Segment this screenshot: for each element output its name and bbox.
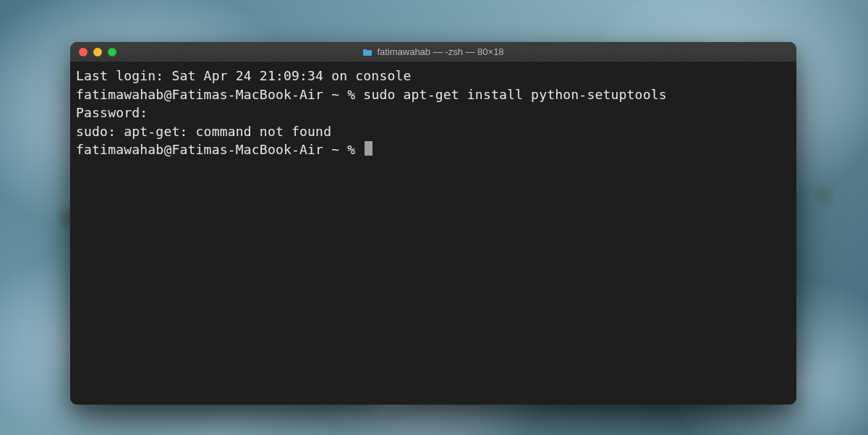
terminal-output-line: sudo: apt-get: command not found	[76, 122, 791, 141]
window-titlebar[interactable]: fatimawahab — -zsh — 80×18	[70, 42, 796, 62]
terminal-output-line: Last login: Sat Apr 24 21:09:34 on conso…	[76, 67, 791, 85]
shell-prompt: fatimawahab@Fatimas-MacBook-Air ~ %	[76, 142, 363, 157]
close-button[interactable]	[79, 48, 88, 56]
terminal-window: fatimawahab — -zsh — 80×18 Last login: S…	[70, 42, 796, 405]
terminal-prompt-line: fatimawahab@Fatimas-MacBook-Air ~ % sudo…	[76, 85, 791, 104]
shell-prompt: fatimawahab@Fatimas-MacBook-Air ~ %	[76, 87, 363, 102]
maximize-button[interactable]	[108, 48, 116, 56]
terminal-prompt-line: fatimawahab@Fatimas-MacBook-Air ~ %	[76, 140, 791, 159]
traffic-light-group	[70, 48, 116, 56]
window-title: fatimawahab — -zsh — 80×18	[70, 46, 796, 57]
terminal-output-line: Password:	[76, 104, 791, 122]
terminal-content[interactable]: Last login: Sat Apr 24 21:09:34 on conso…	[70, 62, 796, 405]
shell-command: sudo apt-get install python-setuptools	[363, 87, 666, 102]
cursor-icon	[365, 141, 373, 156]
folder-icon	[362, 48, 373, 56]
window-title-text: fatimawahab — -zsh — 80×18	[377, 46, 503, 57]
minimize-button[interactable]	[93, 48, 102, 56]
